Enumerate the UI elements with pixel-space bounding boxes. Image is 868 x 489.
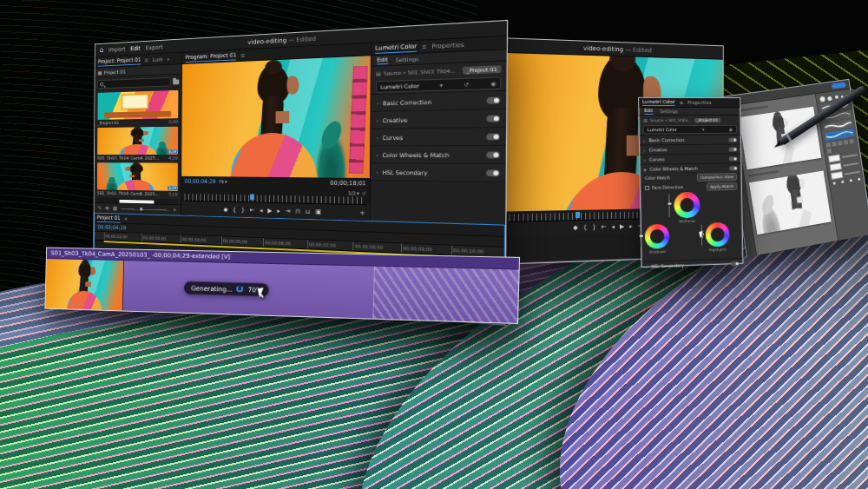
zoom-level-select[interactable]: Fit▾	[219, 179, 227, 184]
chevron-right-icon[interactable]: ›	[645, 263, 648, 269]
toggle-basic-correction[interactable]	[487, 96, 500, 103]
chevron-right-icon[interactable]: ›	[377, 151, 379, 157]
section-creative[interactable]: Creative	[649, 147, 726, 153]
chevron-right-icon[interactable]: ›	[377, 117, 379, 123]
close-icon[interactable]: ×	[124, 215, 128, 222]
add-marker-button[interactable]: ◆	[573, 224, 577, 231]
panel-menu-icon[interactable]: ≡	[240, 52, 245, 59]
brush-size-dot[interactable]	[819, 96, 825, 102]
share-button[interactable]	[832, 82, 846, 89]
midtones-wheel[interactable]: Midtones	[674, 192, 700, 224]
mark-in-button[interactable]: {	[583, 224, 587, 231]
section-basic-correction[interactable]: Basic Correction	[383, 97, 483, 106]
step-back-button[interactable]: ◂	[612, 223, 615, 230]
playhead[interactable]	[575, 212, 580, 218]
chevron-right-icon[interactable]: ›	[643, 147, 646, 153]
section-color-wheels-match[interactable]: Color Wheels & Match	[650, 165, 727, 171]
section-hsl-secondary[interactable]: HSL Secondary	[382, 169, 482, 175]
toggle-creative[interactable]	[729, 147, 738, 151]
preset-select[interactable]: Lumetri Color	[648, 127, 677, 132]
lift-button[interactable]: ⊓	[295, 208, 299, 215]
chevron-right-icon[interactable]: ›	[377, 134, 379, 140]
button-editor-button[interactable]: +	[359, 209, 365, 216]
tab-project[interactable]: Project: Project 01	[98, 56, 141, 67]
footer-icon[interactable]	[833, 182, 836, 184]
toggle-hsl-secondary[interactable]	[731, 261, 740, 265]
extract-button[interactable]: ⊔	[306, 208, 311, 215]
eye-icon[interactable]: ◉	[729, 127, 733, 132]
new-bin-folder-icon[interactable]	[173, 79, 179, 84]
chevron-down-icon[interactable]: ▾	[643, 166, 646, 172]
panel-menu-icon[interactable]: ≡	[144, 56, 148, 63]
storyboard-frame-2[interactable]	[749, 170, 832, 235]
playback-resolution-select[interactable]: 1/2▾	[348, 190, 359, 195]
tab-program[interactable]: Program: Project 01	[186, 51, 237, 63]
section-hsl-secondary[interactable]: HSL Secondary	[651, 261, 727, 268]
tab-properties[interactable]: Properties	[687, 100, 712, 105]
subtab-settings[interactable]: Settings	[395, 56, 418, 63]
thumbnail-zoom-slider[interactable]	[121, 208, 168, 210]
tab-lumetri-color[interactable]: Lumetri Color	[375, 43, 417, 54]
toggle-curves[interactable]	[486, 133, 499, 140]
add-marker-button[interactable]: ◆	[223, 206, 227, 213]
face-detection-checkbox[interactable]	[645, 186, 649, 190]
mark-in-button[interactable]: {	[233, 206, 236, 213]
grid-view-icon[interactable]: ▦	[113, 205, 117, 212]
panel-menu-icon[interactable]: ≡	[422, 43, 427, 50]
more-tabs-icon[interactable]: »	[167, 56, 170, 63]
chevron-right-icon[interactable]: ›	[643, 137, 646, 143]
target-sequence-button[interactable]: _Project 01	[463, 65, 502, 74]
setting-icon[interactable]	[826, 142, 832, 148]
go-to-out-button[interactable]: ⇥	[286, 208, 291, 215]
mark-out-button[interactable]: }	[592, 224, 595, 231]
setting-icon[interactable]	[832, 142, 837, 147]
step-forward-button[interactable]: ▸	[277, 207, 279, 214]
highlights-wheel[interactable]: Highlights	[706, 222, 730, 253]
setting-icon[interactable]	[849, 139, 854, 144]
brush-size-dot[interactable]	[834, 96, 838, 99]
list-view-icon[interactable]: ≣	[105, 205, 109, 211]
chevron-right-icon[interactable]: ›	[377, 100, 379, 106]
chevron-right-icon[interactable]: ›	[643, 156, 646, 162]
go-to-in-button[interactable]: ⇤	[602, 223, 607, 230]
tab-lumetri-color[interactable]: Lumetri Color	[642, 99, 675, 106]
pencil-icon[interactable]: ✎	[98, 205, 102, 211]
clip-thumbnail[interactable]: 4;29	[97, 127, 178, 155]
section-curves[interactable]: Curves	[649, 156, 726, 162]
toggle-color-wheels[interactable]	[486, 151, 499, 158]
chevron-right-icon[interactable]: ›	[376, 169, 378, 175]
tab-lumetri-truncated[interactable]: Lum	[152, 56, 162, 63]
section-curves[interactable]: Curves	[383, 133, 483, 140]
section-basic-correction[interactable]: Basic Correction	[648, 137, 725, 143]
bin-item-clip-a[interactable]: 4;29 S01_Sh03_Tk04_CamA_20250103_4;29	[97, 127, 178, 161]
subtab-settings[interactable]: Settings	[660, 109, 678, 114]
section-creative[interactable]: Creative	[383, 115, 483, 122]
footer-icon[interactable]	[850, 179, 852, 182]
bin-item-clip-b[interactable]: 3;19 S01_Sh01_Tk04_CamB_20250103_3;19	[97, 162, 178, 196]
play-button[interactable]: ▶	[620, 223, 624, 230]
comparison-view-button[interactable]: Comparison View	[697, 173, 737, 182]
toggle-curves[interactable]	[729, 156, 738, 161]
search-box[interactable]	[97, 77, 171, 89]
export-frame-button[interactable]: ▣	[315, 208, 321, 215]
shadows-wheel[interactable]: Shadows	[645, 224, 670, 254]
subtab-edit[interactable]: Edit	[644, 108, 653, 115]
setting-icon[interactable]	[838, 141, 843, 146]
section-color-wheels-match[interactable]: Color Wheels & Match	[382, 151, 482, 158]
panel-menu-icon[interactable]: ≡	[680, 100, 684, 105]
toggle-creative[interactable]	[487, 115, 500, 122]
step-back-button[interactable]: ◂	[260, 207, 262, 214]
step-forward-button[interactable]: ▸	[629, 223, 632, 230]
footer-icon[interactable]	[841, 181, 844, 183]
footer-icon[interactable]	[858, 178, 860, 181]
new-item-icon[interactable]: +	[173, 207, 177, 214]
grid-view-icon[interactable]: ▦	[98, 69, 102, 76]
playhead[interactable]	[250, 194, 254, 200]
dropdown-icon[interactable]: ▾	[440, 82, 443, 89]
toggle-basic-correction[interactable]	[728, 137, 737, 142]
subtab-edit[interactable]: Edit	[377, 56, 388, 64]
apply-match-button[interactable]: Apply Match	[707, 182, 737, 191]
preset-select[interactable]: Lumetri Color	[380, 83, 418, 90]
eye-icon[interactable]: ◉	[490, 80, 496, 87]
target-sequence-button[interactable]: _Project 01	[694, 117, 720, 122]
